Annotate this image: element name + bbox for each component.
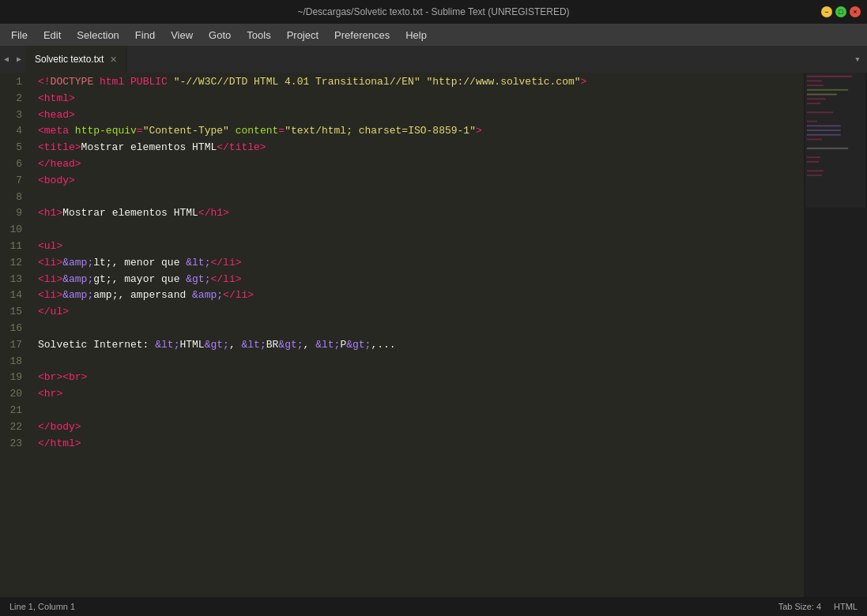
line-num-10: 10: [6, 222, 22, 239]
line-num-11: 11: [6, 239, 22, 255]
code-line-13: <li>&amp;gt;, mayor que &gt;</li>: [38, 272, 804, 288]
tab-nav-right[interactable]: ▶: [13, 46, 25, 73]
line-numbers: 1 2 3 4 5 6 7 8 9 10 11 12 13 14 15 16 1…: [0, 73, 32, 597]
line-num-15: 15: [6, 304, 22, 321]
code-line-23: </html>: [38, 436, 804, 453]
code-line-11: <ul>: [38, 239, 804, 255]
line-num-20: 20: [6, 386, 22, 403]
line-num-13: 13: [6, 272, 22, 288]
code-content[interactable]: <!DOCTYPE html PUBLIC "-//W3C//DTD HTML …: [32, 73, 804, 597]
title-bar: ~/Descargas/Solvetic texto.txt - Sublime…: [0, 0, 867, 24]
line-num-14: 14: [6, 287, 22, 304]
tab-dropdown[interactable]: ▾: [848, 46, 867, 73]
code-line-21: [38, 403, 804, 419]
tab-bar: ◀ ▶ Solvetic texto.txt × ▾: [0, 46, 867, 73]
code-line-20: <hr>: [38, 386, 804, 403]
code-line-2: <html>: [38, 91, 804, 107]
cursor-position: Line 1, Column 1: [9, 602, 75, 611]
menu-help[interactable]: Help: [398, 26, 435, 44]
line-num-23: 23: [6, 436, 22, 453]
line-num-6: 6: [6, 156, 22, 173]
line-num-17: 17: [6, 337, 22, 354]
svg-rect-18: [805, 73, 865, 208]
code-line-7: <body>: [38, 173, 804, 190]
line-num-3: 3: [6, 107, 22, 124]
syntax-label: HTML: [834, 602, 858, 611]
code-line-19: <br><br>: [38, 370, 804, 386]
minimap: [804, 73, 867, 597]
minimap-svg: [804, 73, 867, 597]
menu-file[interactable]: File: [3, 26, 36, 44]
menu-find[interactable]: Find: [127, 26, 163, 44]
code-line-16: [38, 321, 804, 337]
status-bar: Line 1, Column 1 Tab Size: 4 HTML: [0, 597, 867, 616]
menu-preferences[interactable]: Preferences: [326, 26, 398, 44]
line-num-1: 1: [6, 74, 22, 91]
menu-project[interactable]: Project: [279, 26, 326, 44]
line-num-19: 19: [6, 370, 22, 386]
code-line-18: [38, 354, 804, 370]
tab-solvetic[interactable]: Solvetic texto.txt ×: [25, 46, 127, 73]
status-left: Line 1, Column 1: [9, 602, 75, 611]
code-line-9: <h1>Mostrar elementos HTML</h1>: [38, 205, 804, 222]
line-num-21: 21: [6, 403, 22, 419]
code-line-10: [38, 222, 804, 239]
line-num-9: 9: [6, 205, 22, 222]
code-line-22: </body>: [38, 419, 804, 436]
minimize-button[interactable]: −: [821, 6, 832, 17]
code-line-4: <meta http-equiv="Content-Type" content=…: [38, 123, 804, 140]
menu-tools[interactable]: Tools: [239, 26, 278, 44]
code-line-5: <title>Mostrar elementos HTML</title>: [38, 140, 804, 156]
code-line-14: <li>&amp;amp;, ampersand &amp;</li>: [38, 287, 804, 304]
line-num-12: 12: [6, 255, 22, 272]
code-line-6: </head>: [38, 156, 804, 173]
line-num-2: 2: [6, 91, 22, 107]
line-num-5: 5: [6, 140, 22, 156]
tab-size: Tab Size: 4: [778, 602, 821, 611]
menu-goto[interactable]: Goto: [201, 26, 239, 44]
maximize-button[interactable]: □: [835, 6, 846, 17]
code-line-8: [38, 190, 804, 206]
menu-selection[interactable]: Selection: [69, 26, 126, 44]
code-line-17: Solvetic Internet: &lt;HTML&gt;, &lt;BR&…: [38, 337, 804, 354]
tab-close-icon[interactable]: ×: [110, 54, 116, 65]
code-line-12: <li>&amp;lt;, menor que &lt;</li>: [38, 255, 804, 272]
code-line-15: </ul>: [38, 304, 804, 321]
line-num-16: 16: [6, 321, 22, 337]
line-num-18: 18: [6, 354, 22, 370]
menu-edit[interactable]: Edit: [36, 26, 69, 44]
menu-bar: File Edit Selection Find View Goto Tools…: [0, 24, 867, 46]
window-controls: − □ ×: [821, 6, 861, 17]
code-line-1: <!DOCTYPE html PUBLIC "-//W3C//DTD HTML …: [38, 74, 804, 91]
status-right: Tab Size: 4 HTML: [778, 602, 858, 611]
line-num-8: 8: [6, 190, 22, 206]
line-num-4: 4: [6, 123, 22, 140]
code-line-3: <head>: [38, 107, 804, 124]
tab-label: Solvetic texto.txt: [35, 54, 104, 65]
line-num-7: 7: [6, 173, 22, 190]
tab-nav-left[interactable]: ◀: [0, 46, 13, 73]
line-num-22: 22: [6, 419, 22, 436]
editor-area: 1 2 3 4 5 6 7 8 9 10 11 12 13 14 15 16 1…: [0, 73, 867, 597]
title-text: ~/Descargas/Solvetic texto.txt - Sublime…: [297, 6, 569, 17]
close-button[interactable]: ×: [850, 6, 861, 17]
menu-view[interactable]: View: [163, 26, 201, 44]
